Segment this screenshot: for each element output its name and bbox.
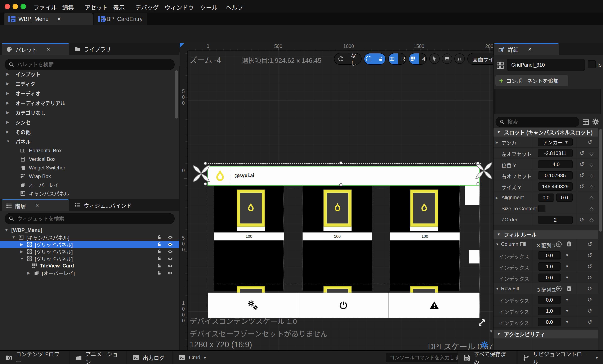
palette-category-uncategorized[interactable]: ▶カテゴリなし [0, 108, 175, 117]
animation-button[interactable]: アニメーション [70, 351, 126, 364]
fill-value-field[interactable]: 0.0 [538, 251, 561, 259]
bind-diamond-icon[interactable]: ◇ [589, 195, 594, 201]
chevron-down-icon[interactable]: ▾ [566, 253, 568, 258]
globe-icon[interactable] [334, 53, 347, 64]
palette-category-audiomaterial[interactable]: ▶オーディオマテリアル [0, 98, 175, 108]
action-cell-power[interactable] [298, 293, 389, 318]
bind-diamond-icon[interactable]: ◇ [589, 183, 594, 190]
reset-icon[interactable]: ↺ [587, 274, 592, 281]
reset-icon[interactable]: ↺ [579, 150, 584, 157]
palette-item-vertical-box[interactable]: Vertical Box [0, 155, 175, 163]
collapse-icon[interactable]: ▼ [496, 243, 499, 246]
hierarchy-row-tileview-card[interactable]: TileView_Card [0, 262, 179, 269]
reset-icon[interactable]: ↺ [579, 172, 584, 179]
resize-handle-bl[interactable] [204, 182, 207, 186]
palette-category-other[interactable]: ▶その他 [0, 127, 175, 137]
palette-item-horizontal-box[interactable]: Horizontal Box [0, 146, 175, 155]
zorder-field[interactable]: 2 [538, 216, 573, 224]
widget-name-field[interactable] [507, 59, 585, 71]
palette-item-wrap-box[interactable]: Wrap Box [0, 172, 175, 181]
section-fill-rules[interactable]: ▼フィル ルール [494, 230, 598, 239]
expander-icon[interactable]: ▶ [6, 101, 11, 105]
action-cell-warning[interactable] [389, 293, 479, 318]
collapse-icon[interactable]: ▼ [20, 257, 24, 261]
is-variable-checkbox[interactable] [588, 60, 596, 68]
tab-wbp-menu[interactable]: ♥ WBP_Menu ✕ [4, 13, 93, 25]
menu-window[interactable]: ウィンドウ [164, 3, 194, 12]
card-widget[interactable] [237, 189, 265, 227]
resize-handle-tc[interactable] [339, 162, 343, 164]
reset-icon[interactable]: ↺ [579, 183, 584, 190]
details-scrollbar[interactable] [599, 129, 602, 232]
visibility-icon[interactable] [167, 256, 173, 262]
menu-header-bar[interactable]: @syui.ai [208, 166, 480, 186]
unlock-icon[interactable] [157, 235, 162, 240]
visibility-icon[interactable] [167, 270, 173, 276]
hierarchy-row-overlay[interactable]: ▶ [オーバーレイ] [0, 269, 179, 276]
reset-icon[interactable]: ↺ [587, 252, 592, 259]
tab-wbp-cardentry[interactable]: ♥ WBP_CardEntry [93, 13, 147, 25]
card-widget[interactable] [324, 189, 351, 227]
collapse-icon[interactable]: ▼ [497, 332, 501, 336]
anchor-medallion-right[interactable] [471, 157, 493, 184]
action-cell-settings[interactable] [208, 293, 298, 318]
anchor-medallion-left[interactable] [188, 160, 214, 187]
chevron-down-icon[interactable]: ▾ [566, 264, 568, 269]
unlock-icon[interactable] [157, 256, 162, 261]
card-widget[interactable] [410, 189, 438, 227]
close-tab-icon[interactable]: ✕ [57, 16, 61, 22]
expander-icon[interactable]: ▶ [6, 120, 11, 124]
reset-icon[interactable]: ↺ [587, 263, 592, 270]
revision-control-button[interactable]: リビジョンコントロール ▾ [518, 351, 603, 364]
unlock-icon[interactable] [157, 270, 162, 275]
chevron-down-icon[interactable]: ▾ [566, 308, 568, 314]
add-element-icon[interactable] [556, 241, 562, 247]
palette-search-input[interactable] [17, 62, 171, 68]
unlock-icon[interactable] [157, 263, 162, 268]
expander-icon[interactable]: ▶ [496, 140, 498, 144]
bind-diamond-icon[interactable]: ◇ [589, 206, 594, 212]
localization-none-button[interactable]: なし [347, 53, 361, 64]
palette-category-synth[interactable]: ▶シンセ [0, 117, 175, 127]
details-search-input[interactable] [507, 119, 575, 125]
grid-snap-icon[interactable] [409, 53, 419, 64]
tab-hierarchy[interactable]: 階層 ✕ [2, 200, 69, 211]
scroll-down-icon[interactable]: ▼ [489, 329, 493, 334]
palette-item-canvas-panel[interactable]: キャンバスパネル [0, 189, 175, 198]
marquee-select-button[interactable] [364, 53, 375, 64]
palette-category-audio[interactable]: ▶オーディオ [0, 88, 175, 98]
reset-icon[interactable]: ↺ [587, 241, 592, 248]
fill-value-field[interactable]: 1.0 [538, 307, 561, 315]
hierarchy-row-grid-panel-selected[interactable]: ▶ [グリッドパネル] [0, 241, 179, 248]
left-offset-field[interactable]: -2.810811 [538, 149, 573, 157]
localization-preview-group[interactable]: なし [334, 53, 362, 65]
position-y-field[interactable]: -4.0 [538, 160, 573, 168]
unlock-icon[interactable] [157, 242, 162, 247]
palette-item-overlay[interactable]: オーバーレイ [0, 181, 175, 189]
layout-mode-group[interactable]: R [388, 53, 406, 65]
layout-outline-button[interactable] [388, 53, 398, 64]
expander-icon[interactable]: ▶ [27, 270, 31, 275]
visibility-icon[interactable] [167, 263, 173, 269]
anchor-dropdown[interactable]: アンカー▾ [538, 138, 573, 146]
close-icon[interactable]: ✕ [35, 203, 39, 208]
collapse-icon[interactable]: ▼ [12, 235, 16, 240]
lock-button[interactable] [375, 53, 386, 64]
chevron-down-icon[interactable]: ▾ [566, 297, 568, 302]
console-command-input[interactable] [386, 353, 468, 362]
hierarchy-row-grid-panel-2[interactable]: ▶ [グリッドパネル] [0, 248, 179, 255]
expander-icon[interactable]: ▶ [20, 249, 24, 254]
menu-asset[interactable]: アセット [85, 3, 108, 12]
reset-icon[interactable]: ↺ [587, 285, 592, 292]
menu-view[interactable]: 表示 [113, 3, 125, 12]
palette-category-input[interactable]: ▶インプット [0, 69, 175, 79]
palette-search[interactable] [5, 59, 175, 70]
dpi-settings-gear-icon[interactable] [480, 341, 489, 349]
screen-size-dropdown[interactable]: 画面サイズ ▾ [467, 53, 493, 65]
alignment-x-field[interactable]: 0.0 [538, 194, 554, 202]
fill-value-field[interactable]: 0.0 [538, 318, 561, 326]
hierarchy-search-input[interactable] [17, 216, 171, 222]
trash-icon[interactable] [566, 285, 572, 292]
resize-handle-tr[interactable] [476, 162, 480, 165]
details-search[interactable] [496, 117, 579, 127]
